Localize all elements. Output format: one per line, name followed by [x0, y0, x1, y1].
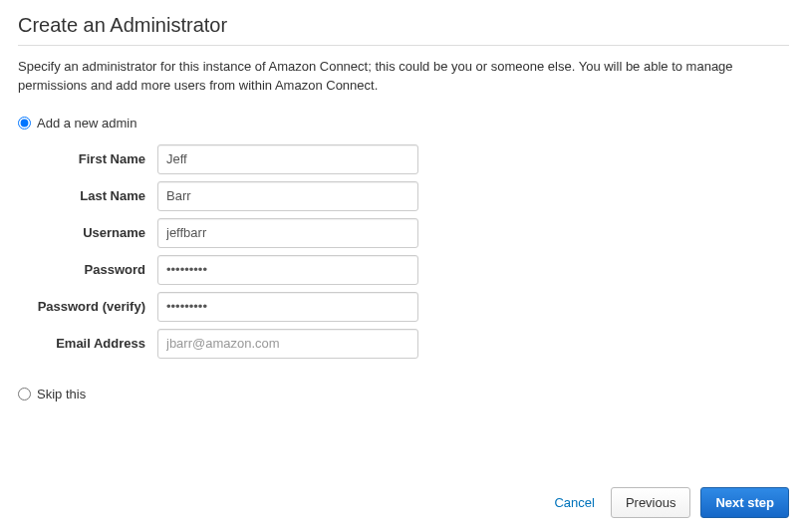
first-name-input[interactable] [157, 144, 418, 174]
admin-setup-panel: Create an Administrator Specify an admin… [0, 0, 807, 532]
cancel-button[interactable]: Cancel [548, 488, 600, 517]
admin-form: First Name Last Name Username Password P… [28, 144, 789, 359]
email-row: Email Address [28, 329, 789, 359]
password-verify-label: Password (verify) [28, 299, 157, 314]
password-row: Password [28, 255, 789, 285]
last-name-label: Last Name [28, 188, 157, 203]
radio-add-admin-row[interactable]: Add a new admin [18, 116, 789, 131]
password-verify-row: Password (verify) [28, 292, 789, 322]
previous-button[interactable]: Previous [611, 487, 691, 518]
page-title: Create an Administrator [18, 14, 789, 46]
username-label: Username [28, 225, 157, 240]
username-row: Username [28, 218, 789, 248]
radio-skip-label: Skip this [37, 387, 86, 401]
radio-skip-row[interactable]: Skip this [18, 387, 789, 401]
password-verify-input[interactable] [157, 292, 418, 322]
radio-add-admin[interactable] [18, 117, 31, 130]
last-name-input[interactable] [157, 181, 418, 211]
page-description: Specify an administrator for this instan… [18, 58, 789, 96]
last-name-row: Last Name [28, 181, 789, 211]
username-input[interactable] [157, 218, 418, 248]
first-name-label: First Name [28, 151, 157, 166]
footer-buttons: Cancel Previous Next step [548, 487, 789, 518]
password-input[interactable] [157, 255, 418, 285]
email-input[interactable] [157, 329, 418, 359]
radio-skip[interactable] [18, 388, 31, 400]
email-label: Email Address [28, 336, 157, 351]
first-name-row: First Name [28, 144, 789, 174]
next-step-button[interactable]: Next step [700, 487, 789, 518]
password-label: Password [28, 262, 157, 277]
radio-add-admin-label: Add a new admin [37, 116, 136, 131]
